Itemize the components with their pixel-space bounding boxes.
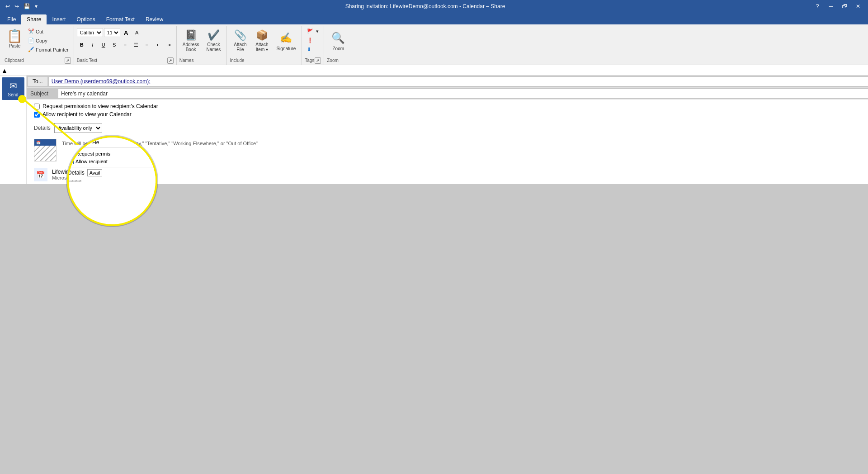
zoom-icon: 🔍 [331, 31, 345, 45]
tab-share[interactable]: Share [21, 14, 47, 24]
minimize-button[interactable]: ─ [825, 2, 837, 11]
help-button[interactable]: ? [811, 2, 824, 11]
to-button[interactable]: To... [28, 76, 48, 86]
calendar-icon-body [34, 146, 56, 161]
subject-row: Subject [27, 88, 868, 100]
send-icon: ✉ [9, 81, 17, 91]
calendar-source-name: LifewireDemo@outlook.com - Calendar [52, 169, 147, 175]
copy-icon: 📄 [28, 38, 34, 43]
to-row: To... [27, 76, 868, 88]
tags-label-row: Tags ↗ [305, 57, 321, 64]
quick-access-save[interactable]: 💾 [22, 2, 32, 10]
tab-format-text[interactable]: Format Text [101, 14, 140, 24]
tags-col: 🚩 ▾ ❗ ⬇ [305, 27, 321, 54]
low-importance-button[interactable]: ⬇ [305, 45, 321, 54]
align-center-btn[interactable]: ☰ [131, 40, 141, 49]
attach-file-button[interactable]: 📎 AttachFile [230, 27, 250, 54]
increase-font-btn[interactable]: A [121, 28, 131, 37]
check-names-button[interactable]: ✔️ CheckNames [203, 27, 224, 54]
font-select[interactable]: Calibri [77, 28, 103, 37]
align-right-btn[interactable]: ≡ [142, 40, 152, 49]
include-label-row: Include [230, 57, 299, 64]
clipboard-content: 📋 Paste ✂️ Cut 📄 Copy 🖌️ Format Painter [5, 27, 71, 57]
include-label: Include [230, 57, 244, 64]
zoom-content: 🔍 Zoom [327, 27, 349, 57]
calendar-source: 📅 LifewireDemo@outlook.com - Calendar Mi… [27, 165, 868, 184]
clipboard-label-row: Clipboard ↗ [5, 57, 71, 64]
quick-access-redo[interactable]: ↪ [13, 2, 21, 10]
to-input[interactable] [49, 77, 868, 86]
request-permission-checkbox[interactable] [34, 104, 40, 109]
calendar-source-sub: Microsoft Exchange Calendar [52, 175, 147, 180]
allow-recipient-label[interactable]: Allow recipient to view your Calendar [42, 111, 132, 118]
calendar-source-info: LifewireDemo@outlook.com - Calendar Micr… [52, 169, 147, 180]
signature-icon: ✍️ [279, 31, 293, 45]
indent-btn[interactable]: ⇥ [164, 40, 174, 49]
tags-dialog-launcher[interactable]: ↗ [315, 57, 321, 64]
format-painter-label: Format Painter [36, 47, 69, 52]
zoom-button[interactable]: 🔍 Zoom [327, 27, 349, 54]
details-label: Details [34, 125, 51, 131]
copy-button[interactable]: 📄 Copy [26, 36, 71, 45]
basic-text-dialog-launcher[interactable]: ↗ [167, 57, 174, 64]
paste-icon: 📋 [7, 28, 23, 43]
align-left-btn[interactable]: ≡ [120, 40, 130, 49]
close-button[interactable]: ✕ [852, 2, 864, 11]
clipboard-dialog-launcher[interactable]: ↗ [65, 57, 71, 64]
format-painter-button[interactable]: 🖌️ Format Painter [26, 45, 71, 54]
send-area: ✉ Send [0, 76, 27, 184]
paste-area: 📋 Paste [5, 27, 25, 50]
attach-item-button[interactable]: 📦 AttachItem ▾ [251, 27, 272, 54]
bullet-btn[interactable]: • [153, 40, 163, 49]
details-row: Details Availability only Limited detail… [27, 121, 868, 135]
calendar-icon-header: 📅 [34, 139, 56, 146]
basic-text-content: Calibri 11 A A B I U S ≡ ☰ ≡ • ⇥ [77, 27, 174, 57]
follow-up-button[interactable]: 🚩 ▾ [305, 27, 321, 36]
signature-button[interactable]: ✍️ Signature [273, 27, 299, 54]
attach-item-label: AttachItem ▾ [255, 42, 268, 52]
quick-access-more[interactable]: ▾ [33, 2, 39, 10]
attach-item-icon: 📦 [255, 29, 269, 41]
format-painter-icon: 🖌️ [28, 47, 34, 52]
bold-btn[interactable]: B [77, 40, 87, 49]
allow-recipient-checkbox[interactable] [34, 112, 40, 118]
ribbon-collapse-button[interactable]: ▲ [0, 66, 9, 75]
cut-button[interactable]: ✂️ Cut [26, 27, 71, 36]
ribbon: 📋 Paste ✂️ Cut 📄 Copy 🖌️ Format Painter [0, 24, 868, 65]
decrease-font-btn[interactable]: A [132, 28, 142, 37]
form-container: To... Subject Request permission to view… [27, 76, 868, 184]
calendar-icon-title: 📅 [36, 141, 41, 145]
tab-insert[interactable]: Insert [47, 14, 71, 24]
zoom-group-label: Zoom [327, 57, 339, 64]
calendar-preview-text: Time will be shown as "Free," "Busy," "T… [62, 141, 258, 146]
cut-label: Cut [36, 29, 43, 34]
address-book-button[interactable]: 📓 AddressBook [179, 27, 203, 54]
tags-label: Tags [305, 57, 314, 64]
strikethrough-btn[interactable]: S [109, 40, 119, 49]
subject-input[interactable] [58, 89, 868, 98]
high-importance-button[interactable]: ❗ [305, 36, 321, 45]
send-button[interactable]: ✉ Send [2, 77, 24, 100]
names-label-row: Names [179, 57, 224, 64]
names-label: Names [179, 57, 194, 64]
tab-options[interactable]: Options [71, 14, 100, 24]
underline-btn[interactable]: U [99, 40, 108, 49]
tags-content: 🚩 ▾ ❗ ⬇ [305, 27, 321, 57]
restore-button[interactable]: 🗗 [838, 2, 851, 11]
details-select[interactable]: Availability only Limited details Full d… [54, 123, 102, 133]
tab-review[interactable]: Review [140, 14, 169, 24]
allow-recipient-row: Allow recipient to view your Calendar [34, 110, 861, 118]
paste-button[interactable]: 📋 Paste [5, 27, 25, 50]
names-group: 📓 AddressBook ✔️ CheckNames Names [177, 26, 227, 65]
request-permission-row: Request permission to view recipient's C… [34, 102, 861, 110]
clipboard-col: ✂️ Cut 📄 Copy 🖌️ Format Painter [26, 27, 71, 54]
content-area [0, 184, 868, 454]
high-importance-icon: ❗ [307, 38, 313, 43]
quick-access-undo[interactable]: ↩ [4, 2, 12, 10]
checkboxes-area: Request permission to view recipient's C… [27, 100, 868, 121]
font-size-select[interactable]: 11 [104, 28, 120, 37]
request-permission-label[interactable]: Request permission to view recipient's C… [42, 103, 158, 109]
tab-file[interactable]: File [2, 14, 21, 24]
send-label: Send [8, 92, 18, 97]
italic-btn[interactable]: I [88, 40, 98, 49]
